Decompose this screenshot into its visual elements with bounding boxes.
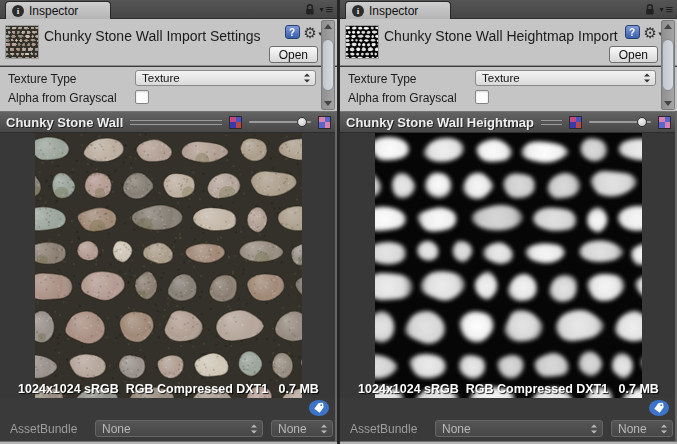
dropdown-updown-icon xyxy=(304,74,311,83)
assetbundle-dropdown[interactable]: None xyxy=(95,420,263,437)
scrollbar-thumb[interactable] xyxy=(322,39,334,91)
dropdown-updown-icon xyxy=(591,424,598,433)
panel-menu-icon[interactable]: ≡ xyxy=(665,3,673,16)
alpha-from-grayscale-checkbox[interactable] xyxy=(135,90,149,104)
help-icon[interactable]: ? xyxy=(625,25,640,39)
tab-label: Inspector xyxy=(369,4,418,18)
texture-preview-area: 1024x1024 sRGB RGB Compressed DXT1 0.7 M… xyxy=(340,133,677,398)
assetbundle-dropdown[interactable]: None xyxy=(435,420,603,437)
texture-type-label: Texture Type xyxy=(348,72,472,86)
info-icon: i xyxy=(352,5,364,17)
assetbundle-section: AssetBundle None None xyxy=(340,398,677,441)
dropdown-updown-icon xyxy=(644,74,651,83)
assetbundle-variant-dropdown[interactable]: None xyxy=(271,420,333,437)
scrollbar-track[interactable] xyxy=(662,31,674,99)
texture-preview-area: 1024x1024 sRGB RGB Compressed DXT1 0.7 M… xyxy=(0,133,337,398)
panel-edge xyxy=(335,111,337,441)
panel-menu-caret-icon: ▾ xyxy=(659,6,663,14)
import-header: Chunky Stone Wall Import Settings ? ⚙▾ O… xyxy=(0,19,337,66)
thumbnail xyxy=(346,26,378,58)
tab-bar: i Inspector ▾ ≡ xyxy=(0,0,337,19)
settings-scrollbar[interactable] xyxy=(661,20,675,110)
dropdown-updown-icon xyxy=(321,424,328,433)
dropdown-updown-icon xyxy=(251,424,258,433)
preview-header: Chunky Stone Wall xyxy=(0,111,337,133)
alpha-from-grayscale-checkbox[interactable] xyxy=(475,90,489,104)
preview-drag-handle[interactable] xyxy=(130,120,222,125)
inspector-panel-heightmap: i Inspector ▾ ≡ Chunky Stone Wall Height… xyxy=(340,0,677,444)
open-button[interactable]: Open xyxy=(609,46,658,63)
assetbundle-label: AssetBundle xyxy=(10,422,77,436)
settings-scrollbar[interactable] xyxy=(321,20,335,110)
panel-menu-caret-icon: ▾ xyxy=(319,6,323,14)
assetbundle-tag-icon[interactable] xyxy=(649,400,669,416)
assetbundle-value: None xyxy=(442,422,471,436)
import-settings: Texture Type Texture Alpha from Grayscal xyxy=(340,67,677,111)
mipmap-icon[interactable] xyxy=(318,116,331,129)
scroll-down-icon[interactable] xyxy=(324,101,332,106)
unity-dual-inspector: i Inspector ▾ ≡ Chunky Stone Wall Import… xyxy=(0,0,677,444)
tab-bar: i Inspector ▾ ≡ xyxy=(340,0,677,19)
texture-type-dropdown[interactable]: Texture xyxy=(475,70,656,86)
mip-level-slider[interactable] xyxy=(249,116,311,128)
mip-slider-knob[interactable] xyxy=(637,117,647,127)
mip-slider-knob[interactable] xyxy=(297,117,307,127)
tab-label: Inspector xyxy=(29,4,78,18)
preview-header: Chunky Stone Wall Heightmap xyxy=(340,111,677,133)
scrollbar-track[interactable] xyxy=(322,31,334,99)
assetbundle-variant-value: None xyxy=(618,422,647,436)
assetbundle-label: AssetBundle xyxy=(350,422,417,436)
gear-icon[interactable]: ⚙▾ xyxy=(304,25,317,40)
preview-title: Chunky Stone Wall Heightmap xyxy=(346,115,534,130)
texture-preview-image xyxy=(35,133,302,398)
gear-icon[interactable]: ⚙▾ xyxy=(644,25,657,40)
preview-title: Chunky Stone Wall xyxy=(6,115,123,130)
info-icon: i xyxy=(12,5,24,17)
assetbundle-variant-dropdown[interactable]: None xyxy=(611,420,673,437)
dropdown-updown-icon xyxy=(661,424,668,433)
texture-type-value: Texture xyxy=(142,72,180,84)
rgb-channels-icon[interactable] xyxy=(229,116,242,129)
assetbundle-section: AssetBundle None None xyxy=(0,398,337,441)
texture-info-text: 1024x1024 sRGB RGB Compressed DXT1 0.7 M… xyxy=(340,382,677,396)
texture-info-text: 1024x1024 sRGB RGB Compressed DXT1 0.7 M… xyxy=(0,382,337,396)
mip-level-slider[interactable] xyxy=(589,116,651,128)
tab-inspector[interactable]: i Inspector xyxy=(345,1,451,19)
texture-type-value: Texture xyxy=(482,72,520,84)
assetbundle-value: None xyxy=(102,422,131,436)
import-settings: Texture Type Texture Alpha from Grayscal xyxy=(0,67,337,111)
mipmap-icon[interactable] xyxy=(658,116,671,129)
lock-icon[interactable] xyxy=(644,3,656,16)
import-header: Chunky Stone Wall Heightmap Import Setti… xyxy=(340,19,677,66)
thumbnail xyxy=(6,26,38,58)
tab-inspector[interactable]: i Inspector xyxy=(5,1,111,19)
texture-type-label: Texture Type xyxy=(8,72,132,86)
scroll-up-icon[interactable] xyxy=(324,24,332,29)
import-title: Chunky Stone Wall Import Settings xyxy=(44,28,279,44)
assetbundle-variant-value: None xyxy=(278,422,307,436)
preview-drag-handle[interactable] xyxy=(541,120,562,125)
texture-type-dropdown[interactable]: Texture xyxy=(135,70,316,86)
assetbundle-tag-icon[interactable] xyxy=(309,400,329,416)
scroll-up-icon[interactable] xyxy=(664,24,672,29)
heightmap-preview-image xyxy=(375,133,642,398)
scroll-down-icon[interactable] xyxy=(664,101,672,106)
inspector-panel-texture: i Inspector ▾ ≡ Chunky Stone Wall Import… xyxy=(0,0,337,444)
scrollbar-thumb[interactable] xyxy=(662,39,674,91)
open-button[interactable]: Open xyxy=(269,46,318,63)
import-title: Chunky Stone Wall Heightmap Import Setti… xyxy=(384,28,619,44)
help-icon[interactable]: ? xyxy=(285,25,300,39)
alpha-from-grayscale-label: Alpha from Grayscal xyxy=(8,91,135,105)
alpha-from-grayscale-label: Alpha from Grayscal xyxy=(348,91,475,105)
rgb-channels-icon[interactable] xyxy=(569,116,582,129)
panel-menu-icon[interactable]: ≡ xyxy=(325,3,333,16)
lock-icon[interactable] xyxy=(304,3,316,16)
